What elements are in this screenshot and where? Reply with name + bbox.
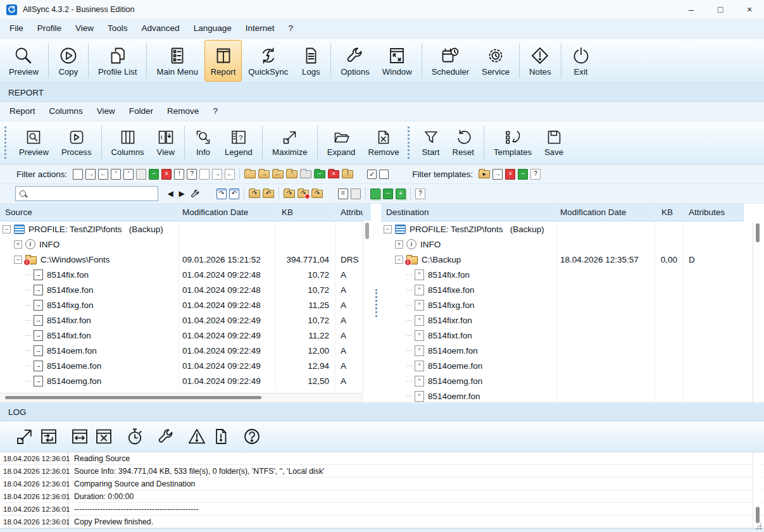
folder-copy-right-icon[interactable]: → bbox=[258, 170, 270, 178]
report-info-button[interactable]: Info bbox=[188, 123, 218, 163]
menu-language[interactable]: Language bbox=[187, 19, 239, 38]
tree-row[interactable]: →8514oemg.fon01.04.2024 09:22:4912,50A bbox=[0, 373, 371, 388]
tree-row[interactable]: *8514fixg.fon bbox=[381, 297, 744, 312]
source-horizontal-scrollbar[interactable] bbox=[0, 393, 363, 402]
copy-list-icon[interactable] bbox=[351, 189, 361, 199]
scrollbar-thumb[interactable] bbox=[5, 396, 261, 399]
window-undo-icon[interactable]: ↶ bbox=[229, 189, 239, 199]
report-view-button[interactable]: tView bbox=[151, 123, 181, 163]
report-menu-[interactable]: ? bbox=[206, 102, 225, 121]
report-menu-view[interactable]: View bbox=[90, 102, 122, 121]
window-redo-icon[interactable]: ↷ bbox=[216, 189, 227, 199]
minus-expander-icon[interactable]: − bbox=[384, 225, 392, 233]
tree-row[interactable]: *8514oemg.fon bbox=[381, 373, 744, 388]
destination-vertical-scrollbar[interactable] bbox=[753, 221, 761, 402]
scrollbar-thumb[interactable] bbox=[365, 223, 369, 239]
file-ok-icon[interactable]: − bbox=[149, 169, 159, 180]
log-options-button[interactable] bbox=[154, 425, 178, 448]
minus-expander-icon[interactable]: − bbox=[3, 225, 11, 233]
tree-row[interactable]: −PROFILE: Test\ZIP\fonts (Backup) bbox=[381, 221, 744, 237]
folder-undo-icon[interactable]: ↶ bbox=[263, 190, 274, 198]
logs-button[interactable]: Logs bbox=[294, 40, 327, 82]
report-button[interactable]: Report bbox=[204, 40, 242, 82]
tree-row[interactable]: →8514oeme.fon01.04.2024 09:22:4912,94A bbox=[0, 358, 371, 373]
minus-expander-icon[interactable]: − bbox=[395, 256, 403, 264]
folder-redo-scheduled-icon[interactable]: ↷ bbox=[284, 190, 295, 198]
file-copy-right-icon[interactable]: → bbox=[85, 169, 96, 180]
preview-button[interactable]: Preview bbox=[3, 40, 45, 82]
tree-row[interactable]: *8514fixe.fon bbox=[381, 282, 744, 297]
log-warnings-button[interactable] bbox=[185, 425, 209, 448]
template-delete-icon[interactable]: × bbox=[505, 169, 515, 180]
file-new-icon[interactable] bbox=[73, 169, 83, 180]
tree-row[interactable]: −PROFILE: Test\ZIP\fonts (Backup) bbox=[0, 221, 371, 237]
menu-view[interactable]: View bbox=[68, 19, 101, 38]
report-menu-report[interactable]: Report bbox=[3, 102, 42, 121]
log-maximize-button[interactable] bbox=[13, 425, 37, 448]
report-legend-button[interactable]: ?Legend bbox=[218, 123, 259, 163]
export-copy-icon[interactable] bbox=[370, 189, 380, 199]
report-maximize-button[interactable]: Maximize bbox=[266, 123, 314, 163]
report-process-button[interactable]: Process bbox=[55, 123, 98, 163]
select-all-checkbox-icon[interactable]: ✓ bbox=[367, 170, 377, 179]
tree-row[interactable]: *8514fixt.fon bbox=[381, 328, 744, 343]
log-line-wrap-button[interactable] bbox=[37, 425, 61, 448]
folder-redo-blocked-icon[interactable]: ↷ bbox=[297, 190, 309, 198]
profile-list-button[interactable]: Profile List bbox=[92, 40, 144, 82]
report-columns-button[interactable]: Columns bbox=[105, 123, 151, 163]
tree-row[interactable]: →8514fixe.fon01.04.2024 09:22:4810,72A bbox=[0, 282, 371, 297]
tree-row[interactable]: →8514fixr.fon01.04.2024 09:22:4910,72A bbox=[0, 312, 371, 328]
tree-row[interactable]: *8514oemr.fon bbox=[381, 388, 744, 402]
scrollbar-thumb[interactable] bbox=[756, 223, 760, 242]
file-equal-icon[interactable] bbox=[136, 169, 146, 180]
scrollbar-thumb[interactable] bbox=[756, 507, 760, 523]
log-fit-width-button[interactable] bbox=[68, 425, 92, 448]
log-vertical-scrollbar[interactable] bbox=[753, 452, 762, 528]
report-menu-folder[interactable]: Folder bbox=[122, 102, 160, 121]
folder-copy-left-icon[interactable]: ← bbox=[272, 170, 284, 178]
source-vertical-scrollbar[interactable] bbox=[363, 221, 371, 402]
panel-splitter[interactable] bbox=[371, 204, 381, 402]
folder-new-icon[interactable] bbox=[244, 170, 256, 178]
template-save-icon[interactable]: − bbox=[518, 169, 528, 180]
file-question-icon[interactable]: ? bbox=[187, 169, 197, 180]
menu-tools[interactable]: Tools bbox=[101, 19, 135, 38]
menu-internet[interactable]: Internet bbox=[239, 19, 282, 38]
folder-delete-icon[interactable]: × bbox=[328, 170, 339, 178]
window-button[interactable]: Window bbox=[376, 40, 418, 82]
select-none-checkbox-icon[interactable] bbox=[379, 170, 389, 179]
tree-row[interactable]: *8514oeme.fon bbox=[381, 358, 744, 373]
menu-profile[interactable]: Profile bbox=[30, 19, 68, 38]
minus-expander-icon[interactable]: − bbox=[14, 256, 22, 264]
report-expand-button[interactable]: Expand bbox=[321, 123, 362, 163]
tree-row[interactable]: →8514fixg.fon01.04.2024 09:22:4811,25A bbox=[0, 297, 371, 312]
tree-row[interactable]: →8514fix.fon01.04.2024 09:22:4810,72A bbox=[0, 267, 371, 282]
file-empty-left-icon[interactable]: ← bbox=[225, 169, 235, 180]
toolbar-grip[interactable] bbox=[4, 127, 8, 159]
tree-row[interactable]: →8514fixt.fon01.04.2024 09:22:4911,22A bbox=[0, 328, 371, 343]
report-start-button[interactable]: Start bbox=[416, 123, 446, 163]
quicksync-button[interactable]: QuickSync bbox=[242, 40, 294, 82]
search-help-icon[interactable]: ? bbox=[415, 189, 425, 199]
maximize-button[interactable]: □ bbox=[706, 0, 735, 19]
log-timer-button[interactable] bbox=[123, 425, 147, 448]
file-empty-right-icon[interactable]: → bbox=[212, 169, 222, 180]
folder-redo-icon[interactable]: ↷ bbox=[249, 190, 260, 198]
template-browse-icon[interactable]: ▸ bbox=[479, 170, 490, 178]
tree-row[interactable]: *8514oem.fon bbox=[381, 343, 744, 358]
file-created-left-icon[interactable]: * bbox=[123, 169, 134, 180]
find-previous-icon[interactable]: ◀ bbox=[166, 189, 175, 199]
log-help-button[interactable] bbox=[240, 425, 264, 448]
tree-row[interactable]: −C:\Backup18.04.2026 12:35:570,00D bbox=[381, 252, 744, 267]
folder-redo-add-icon[interactable]: ↷ bbox=[311, 190, 323, 198]
minimize-button[interactable]: – bbox=[677, 0, 706, 19]
column-header-attributes[interactable]: Attributes bbox=[335, 204, 363, 221]
tree-row[interactable]: −C:\Windows\Fonts09.01.2026 15:21:52394.… bbox=[0, 252, 371, 267]
report-save-button[interactable]: Save bbox=[538, 123, 570, 163]
search-options-icon[interactable] bbox=[189, 189, 201, 199]
tree-row[interactable]: +iINFO bbox=[0, 237, 371, 252]
file-warning-icon[interactable]: ! bbox=[174, 169, 184, 180]
list-details-icon[interactable]: = bbox=[338, 189, 348, 199]
column-header-modification-date[interactable]: Modification Date bbox=[557, 204, 655, 221]
service-button[interactable]: Service bbox=[475, 40, 516, 82]
